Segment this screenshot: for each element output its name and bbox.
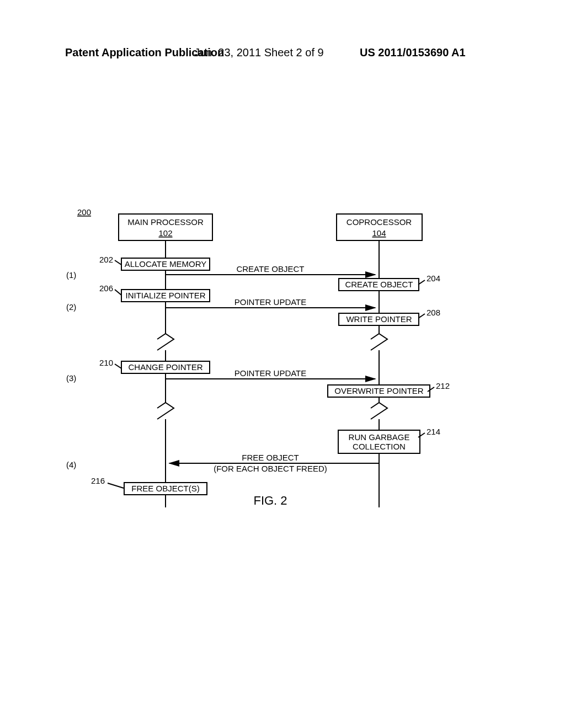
free-objects-text: FREE OBJECT(S) <box>131 484 199 493</box>
sequence-diagram-svg: 200 MAIN PROCESSOR 102 COPROCESSOR 104 A… <box>66 210 502 518</box>
figure-caption: FIG. 2 <box>253 494 287 507</box>
ref-214: 214 <box>427 427 440 436</box>
ref-216: 216 <box>91 476 105 485</box>
main-processor-num: 102 <box>158 228 172 238</box>
create-object-box-text: CREATE OBJECT <box>345 280 413 289</box>
figure-2-diagram: 200 MAIN PROCESSOR 102 COPROCESSOR 104 A… <box>66 210 502 518</box>
ref-206: 206 <box>99 283 113 293</box>
ref-216-tick <box>108 483 124 488</box>
run-gc-text-2: COLLECTION <box>353 442 406 451</box>
patent-page: Patent Application Publication Jun. 23, … <box>0 0 565 728</box>
pointer-update-msg-2: POINTER UPDATE <box>234 368 307 378</box>
header-pub-number: US 2011/0153690 A1 <box>360 46 466 59</box>
step-2: (2) <box>66 302 76 312</box>
step-1: (1) <box>66 270 76 280</box>
ref-206-tick <box>115 290 121 295</box>
diagram-number: 200 <box>77 207 91 217</box>
free-object-msg: FREE OBJECT <box>242 453 299 462</box>
free-object-sub: (FOR EACH OBJECT FREED) <box>214 464 327 473</box>
header-date-sheet: Jun. 23, 2011 Sheet 2 of 9 <box>194 46 324 59</box>
break-right-1 <box>371 334 387 350</box>
ref-202-tick <box>115 260 121 265</box>
pointer-update-msg-1: POINTER UPDATE <box>234 297 307 307</box>
initialize-pointer-text: INITIALIZE POINTER <box>125 291 205 300</box>
write-pointer-text: WRITE POINTER <box>346 314 412 324</box>
ref-210-tick <box>115 364 121 368</box>
step-3: (3) <box>66 373 76 383</box>
ref-210: 210 <box>99 358 113 367</box>
create-object-msg: CREATE OBJECT <box>236 264 304 274</box>
break-right-2 <box>371 403 387 419</box>
run-gc-text-1: RUN GARBAGE <box>349 432 410 442</box>
main-processor-title: MAIN PROCESSOR <box>127 217 204 227</box>
allocate-memory-text: ALLOCATE MEMORY <box>125 259 207 269</box>
step-4: (4) <box>66 460 76 469</box>
coprocessor-title: COPROCESSOR <box>347 217 412 227</box>
change-pointer-text: CHANGE POINTER <box>128 362 202 372</box>
ref-202: 202 <box>99 255 113 264</box>
ref-212: 212 <box>436 381 450 390</box>
ref-208: 208 <box>427 308 440 317</box>
ref-204: 204 <box>427 274 440 283</box>
coprocessor-num: 104 <box>372 228 386 238</box>
break-left-1 <box>157 334 174 350</box>
overwrite-pointer-text: OVERWRITE POINTER <box>334 386 424 395</box>
break-left-2 <box>157 403 174 419</box>
